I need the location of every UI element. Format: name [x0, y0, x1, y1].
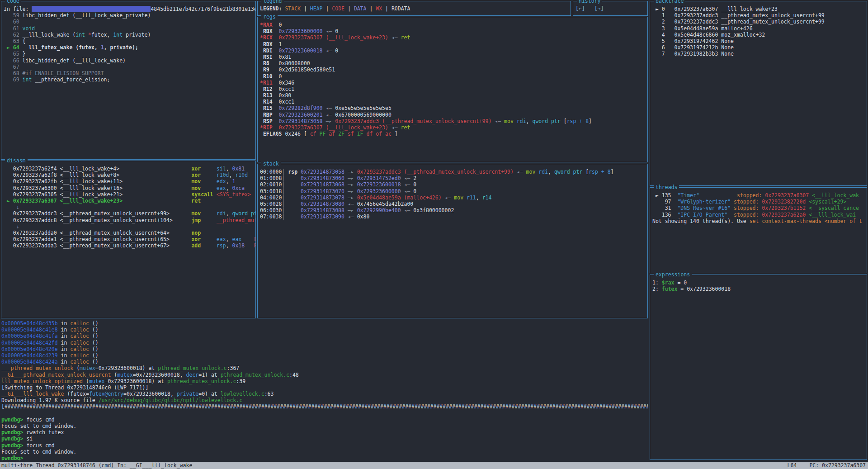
panel-disasm: disasm 0x7293237a62f4 <__lll_lock_wake+4…: [1, 161, 256, 318]
pwndbg-terminal: code In file: 4845db211e7b42c7176f9be21b…: [0, 0, 868, 469]
threads-panel-title: threads: [654, 185, 679, 190]
terminal-command-output[interactable]: 0x00005e04d48c435b in calloc ()0x00005e0…: [1, 320, 648, 460]
panel-threads: threads ► 135 "Timer" stopped: 0x7293237…: [650, 187, 867, 273]
expression-lines: 1: $rax = 02: futex = 0x729323600018: [650, 275, 867, 460]
legend-panel-title: legend: [261, 0, 284, 4]
register-lines: *RAX 0 RBX 0x729323600000 ◂— 0*RCX 0x729…: [258, 17, 647, 162]
regs-panel-title: regs: [261, 14, 278, 20]
history-forward-button[interactable]: [→]: [594, 5, 604, 12]
legend-line: LEGEND: STACK | HEAP | CODE | DATA | WX …: [258, 1, 571, 15]
backtrace-lines: ► 0 0x7293237a6307 __lll_lock_wake+23 1 …: [650, 1, 867, 185]
status-right: L64PC: 0x7293237a6307: [788, 462, 866, 469]
panel-stack: stack 00:0000│ rsp 0x729314873058 —▸ 0x7…: [257, 164, 648, 318]
panel-backtrace: backtrace ► 0 0x7293237a6307 __lll_lock_…: [650, 1, 867, 186]
status-bar: multi-thre Thread 0x7293148746 (cmd) In:…: [0, 462, 868, 469]
status-line-indicator: L64: [788, 462, 797, 469]
status-thread-info: multi-thre Thread 0x7293148746 (cmd) In:…: [1, 462, 192, 469]
status-pc-indicator: PC: 0x7293237a6307: [809, 462, 866, 469]
panel-regs: regs *RAX 0 RBX 0x729323600000 ◂— 0*RCX …: [257, 17, 648, 162]
history-panel-title: history: [577, 0, 602, 4]
history-back-button[interactable]: [←]: [576, 5, 585, 12]
disassembly-lines: 0x7293237a62f4 <__lll_lock_wake+4> xor s…: [1, 161, 255, 318]
panel-legend: legend LEGEND: STACK | HEAP | CODE | DAT…: [257, 1, 571, 16]
stack-lines: 00:0000│ rsp 0x729314873058 —▸ 0x7293237…: [258, 164, 647, 318]
disasm-panel-title: disasm: [5, 158, 28, 164]
panel-code: code In file: 4845db211e7b42c7176f9be21b…: [1, 1, 256, 160]
panel-expressions: expressions 1: $rax = 02: futex = 0x7293…: [650, 275, 867, 460]
thread-lines: ► 135 "Timer" stopped: 0x7293237a6307 <_…: [650, 188, 867, 273]
code-panel-title: code: [5, 0, 21, 4]
panel-history: history [←] [→]: [573, 1, 648, 16]
stack-panel-title: stack: [261, 161, 281, 167]
expressions-panel-title: expressions: [654, 272, 692, 278]
source-code-lines: In file: 4845db211e7b42c7176f9be21b8301e…: [1, 1, 255, 159]
backtrace-panel-title: backtrace: [654, 0, 685, 4]
